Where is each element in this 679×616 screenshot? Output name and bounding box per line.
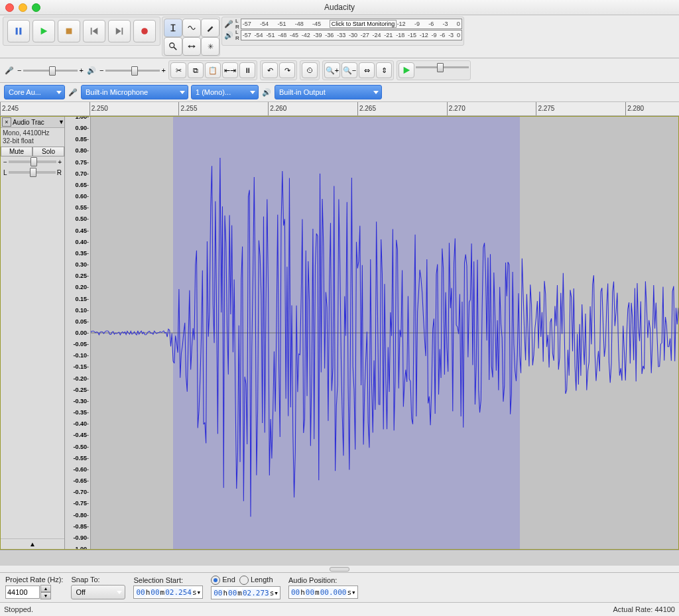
zoom-tool[interactable] <box>164 37 182 56</box>
selection-start-field[interactable]: 00 h 00 m 02.254 s▾ <box>133 585 203 599</box>
recording-device-select[interactable]: Built-in Microphone <box>81 85 188 99</box>
timeline-ruler[interactable]: 2.2452.2502.2552.2602.2652.2702.2752.280 <box>0 102 679 116</box>
svg-rect-11 <box>171 31 176 31</box>
svg-rect-10 <box>171 25 176 25</box>
timeshift-tool[interactable] <box>182 37 201 56</box>
window-title: Audacity <box>0 3 679 12</box>
project-rate-input[interactable]: ▲▼ <box>5 585 63 599</box>
audio-host-select[interactable]: Core Au... <box>4 85 65 99</box>
project-rate-label: Project Rate (Hz): <box>5 576 63 584</box>
undo-button[interactable]: ↶ <box>262 62 278 78</box>
track-control-panel: × Audio Trac ▼ Mono, 44100Hz 32-bit floa… <box>1 117 65 549</box>
fit-selection-button[interactable]: ⇔ <box>359 62 375 78</box>
audio-position-field[interactable]: 00 h 00 m 00.000 s▾ <box>288 585 358 599</box>
recording-channels-select[interactable]: 1 (Mono)... <box>191 85 259 99</box>
multi-tool[interactable]: ✳ <box>201 37 219 56</box>
svg-marker-5 <box>92 28 97 35</box>
play-button[interactable] <box>32 20 55 42</box>
svg-rect-3 <box>66 29 72 34</box>
zoom-out-button[interactable]: 🔍− <box>341 62 357 78</box>
redo-button[interactable]: ↷ <box>279 62 295 78</box>
solo-button[interactable]: Solo <box>32 147 64 156</box>
svg-rect-0 <box>16 28 18 35</box>
svg-marker-18 <box>404 67 410 74</box>
speaker-icon-3: 🔊 <box>261 87 272 97</box>
tools-toolbar: ✳ <box>162 17 220 56</box>
waveform-display[interactable] <box>91 117 678 549</box>
vertical-scale[interactable]: 1.00-0.90-0.85-0.80-0.75-0.70-0.65-0.60-… <box>65 117 91 549</box>
resize-gripper[interactable] <box>0 565 679 572</box>
selection-start-label: Selection Start: <box>133 576 203 584</box>
silence-button[interactable]: ⏸ <box>239 62 255 78</box>
length-radio[interactable] <box>239 576 249 585</box>
mute-button[interactable]: Mute <box>1 147 32 156</box>
speaker-icon: 🔊 <box>223 30 234 40</box>
pause-button[interactable] <box>7 20 30 42</box>
zoom-in-button[interactable]: 🔍+ <box>324 62 340 78</box>
draw-tool[interactable] <box>201 19 219 37</box>
track-format-info: Mono, 44100Hz 32-bit float <box>1 128 64 147</box>
actual-rate-text: Actual Rate: 44100 <box>613 605 675 613</box>
pan-slider[interactable]: LR <box>1 167 64 178</box>
copy-button[interactable]: ⧉ <box>188 62 204 78</box>
playback-speed-slider[interactable] <box>416 62 469 72</box>
gain-slider[interactable]: −+ <box>1 156 64 167</box>
playback-volume-slider[interactable]: −+ <box>99 66 166 75</box>
svg-text:✳: ✳ <box>208 42 214 50</box>
svg-point-8 <box>141 28 148 34</box>
selection-end-field[interactable]: 00 h 00 m 02.273 s▾ <box>211 586 280 599</box>
transport-toolbar <box>3 17 160 46</box>
mic-icon-2: 🎤 <box>4 65 15 76</box>
envelope-tool[interactable] <box>182 19 201 37</box>
stop-button[interactable] <box>58 20 80 42</box>
svg-line-13 <box>174 47 176 50</box>
record-button[interactable] <box>133 20 156 42</box>
snap-to-label: Snap To: <box>71 576 125 584</box>
track-menu-dropdown[interactable]: ▼ <box>58 119 64 125</box>
svg-marker-7 <box>116 28 121 35</box>
playback-device-select[interactable]: Built-in Output <box>275 85 382 99</box>
svg-rect-1 <box>19 28 21 35</box>
snap-to-select[interactable]: Off <box>71 585 125 599</box>
track-name[interactable]: Audio Trac <box>13 119 58 126</box>
click-to-monitor[interactable]: Click to Start Monitoring <box>330 20 397 28</box>
mic-icon: 🎤 <box>223 19 234 29</box>
paste-button[interactable]: 📋 <box>205 62 221 78</box>
svg-rect-4 <box>91 28 92 35</box>
sync-lock-button[interactable]: ⏲ <box>302 62 318 78</box>
play-at-speed-button[interactable] <box>399 62 414 78</box>
recording-meter[interactable]: 🎤 LR -57-54-51-48-45-42…-18-15-12-9-6-30… <box>221 17 464 46</box>
skip-start-button[interactable] <box>83 20 105 42</box>
svg-rect-9 <box>172 25 174 32</box>
svg-marker-2 <box>41 28 48 35</box>
svg-point-12 <box>170 43 174 48</box>
titlebar: Audacity <box>0 0 679 15</box>
fit-project-button[interactable]: ⇕ <box>376 62 392 78</box>
recording-volume-slider[interactable]: −+ <box>17 66 84 75</box>
audio-position-label: Audio Position: <box>288 576 358 584</box>
speaker-icon-2: 🔊 <box>86 65 97 76</box>
track-close-button[interactable]: × <box>2 117 11 127</box>
cut-button[interactable]: ✂ <box>170 62 186 78</box>
end-radio[interactable] <box>211 576 220 585</box>
mic-icon-3: 🎤 <box>68 87 78 97</box>
below-tracks-area <box>0 550 679 565</box>
svg-marker-16 <box>194 44 196 48</box>
svg-rect-6 <box>122 28 123 35</box>
svg-marker-15 <box>188 44 190 48</box>
collapse-track-button[interactable]: ▲ <box>1 538 64 549</box>
status-text: Stopped. <box>4 605 33 613</box>
skip-end-button[interactable] <box>108 20 131 42</box>
selection-tool[interactable] <box>164 19 182 37</box>
trim-button[interactable]: ⇤⇥ <box>222 62 238 78</box>
